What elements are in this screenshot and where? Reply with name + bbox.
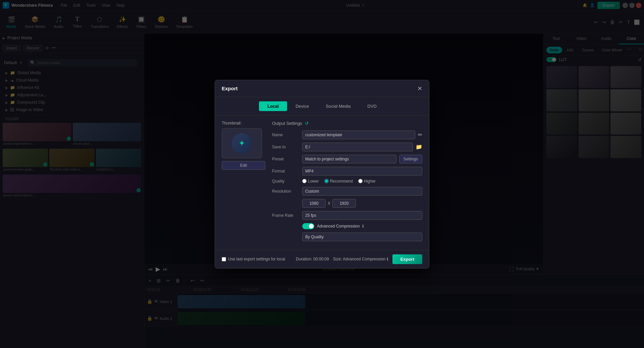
quality-recommend-text: Recommend xyxy=(330,179,353,184)
name-label: Name xyxy=(272,133,302,137)
resolution-control: Custom 1920x1080 xyxy=(302,187,422,196)
dialog-tab-local[interactable]: Local xyxy=(259,101,287,111)
name-edit-icon[interactable]: ✏ xyxy=(418,132,422,138)
thumbnail-edit-button[interactable]: Edit xyxy=(222,161,265,170)
output-settings-label: Output Settings xyxy=(272,121,302,126)
frame-rate-select[interactable]: 25 fps 24 fps 30 fps 60 fps xyxy=(302,211,422,220)
dialog-tab-device[interactable]: Device xyxy=(287,101,317,111)
format-control: MP4 MOV AVI xyxy=(302,167,422,176)
advanced-compression-label: Advanced Compression xyxy=(317,224,360,229)
preset-row: Preset Match to project settings Custom … xyxy=(272,155,422,163)
quality-recommend-radio[interactable] xyxy=(324,179,329,183)
resolution-inputs-control: X xyxy=(302,199,422,208)
advanced-compression-toggle[interactable] xyxy=(302,223,314,229)
quality-label: Quality xyxy=(272,179,302,184)
format-row: Format MP4 MOV AVI xyxy=(272,167,422,176)
resolution-row: Resolution Custom 1920x1080 xyxy=(272,187,422,196)
footer-left: Use last export settings for local xyxy=(222,257,285,261)
quality-row: Quality Lower Recommend xyxy=(272,179,422,184)
resolution-inputs: X xyxy=(302,199,422,208)
quality-lower-label[interactable]: Lower xyxy=(302,179,319,184)
toggle-switch: Advanced Compression ℹ xyxy=(302,223,422,229)
dialog-header: Export ✕ xyxy=(215,80,429,97)
thumbnail-label: Thumbnail: xyxy=(222,121,265,126)
settings-section: Output Settings ↺ Name ✏ Save to xyxy=(272,121,422,245)
dialog-body: Thumbnail: ✦ Edit Output Settings ↺ Name xyxy=(215,115,429,250)
quality-higher-text: Higher xyxy=(364,179,376,184)
save-to-control: 📁 xyxy=(302,143,422,151)
export-dialog-overlay: Export ✕ Local Device Social Media DVD T… xyxy=(0,0,644,348)
thumbnail-box: ✦ xyxy=(222,128,262,158)
frame-rate-label: Frame Rate xyxy=(272,213,302,218)
save-to-label: Save to xyxy=(272,145,302,149)
advanced-compression-row: Advanced Compression ℹ xyxy=(272,223,422,229)
export-dialog: Export ✕ Local Device Social Media DVD T… xyxy=(215,80,429,268)
advanced-quality-control: By Quality By Bitrate xyxy=(302,233,422,241)
dialog-tab-dvd[interactable]: DVD xyxy=(359,101,385,111)
quality-lower-text: Lower xyxy=(308,179,319,184)
dialog-footer: Use last export settings for local Durat… xyxy=(215,250,429,268)
quality-lower-radio[interactable] xyxy=(302,179,307,183)
dialog-tab-social[interactable]: Social Media xyxy=(317,101,359,111)
output-settings-refresh-icon[interactable]: ↺ xyxy=(305,121,309,126)
preset-select[interactable]: Match to project settings Custom xyxy=(302,155,396,163)
use-last-settings-label: Use last export settings for local xyxy=(228,257,285,261)
dialog-tabs: Local Device Social Media DVD xyxy=(215,97,429,115)
format-select[interactable]: MP4 MOV AVI xyxy=(302,167,422,176)
name-control: ✏ xyxy=(302,131,422,139)
resolution-inputs-row: X xyxy=(272,199,422,208)
frame-rate-row: Frame Rate 25 fps 24 fps 30 fps 60 fps xyxy=(272,211,422,220)
quality-radios: Lower Recommend Higher xyxy=(302,179,422,184)
duration-label: Duration: 00:00:09 xyxy=(296,257,329,261)
advanced-compression-info-icon[interactable]: ℹ xyxy=(362,224,364,229)
use-last-settings-row: Use last export settings for local xyxy=(222,257,285,261)
resolution-label: Resolution xyxy=(272,189,302,194)
thumbnail-section: Thumbnail: ✦ Edit xyxy=(222,121,265,245)
preset-label: Preset xyxy=(272,157,302,161)
name-row: Name ✏ xyxy=(272,131,422,139)
footer-export-button[interactable]: Export xyxy=(392,254,422,264)
folder-browse-icon[interactable]: 📁 xyxy=(416,144,422,150)
preset-settings-button[interactable]: Settings xyxy=(399,155,422,163)
advanced-quality-select[interactable]: By Quality By Bitrate xyxy=(302,233,422,241)
save-to-row: Save to 📁 xyxy=(272,143,422,151)
advanced-compression-control: Advanced Compression ℹ xyxy=(302,223,422,229)
size-info-icon[interactable]: ℹ xyxy=(387,257,388,261)
resolution-width-input[interactable] xyxy=(302,199,326,208)
dialog-title: Export xyxy=(222,86,238,91)
resolution-select[interactable]: Custom 1920x1080 xyxy=(302,187,422,196)
quality-control: Lower Recommend Higher xyxy=(302,179,422,184)
preset-control: Match to project settings Custom Setting… xyxy=(302,155,422,163)
save-to-input[interactable] xyxy=(302,143,413,151)
resolution-x-label: X xyxy=(328,201,330,206)
name-input[interactable] xyxy=(302,131,415,139)
quality-recommend-label[interactable]: Recommend xyxy=(324,179,353,184)
use-last-settings-checkbox[interactable] xyxy=(222,257,226,261)
footer-right: Duration: 00:00:09 Size: Advanced Compre… xyxy=(296,254,422,264)
format-label: Format xyxy=(272,169,302,173)
advanced-quality-row: By Quality By Bitrate xyxy=(272,233,422,241)
dialog-close-button[interactable]: ✕ xyxy=(417,85,422,92)
quality-higher-label[interactable]: Higher xyxy=(358,179,376,184)
resolution-height-input[interactable] xyxy=(332,199,356,208)
size-label: Size: Advanced Compression ℹ xyxy=(333,257,388,261)
frame-rate-control: 25 fps 24 fps 30 fps 60 fps xyxy=(302,211,422,220)
quality-higher-radio[interactable] xyxy=(358,179,363,183)
settings-header: Output Settings ↺ xyxy=(272,121,422,126)
